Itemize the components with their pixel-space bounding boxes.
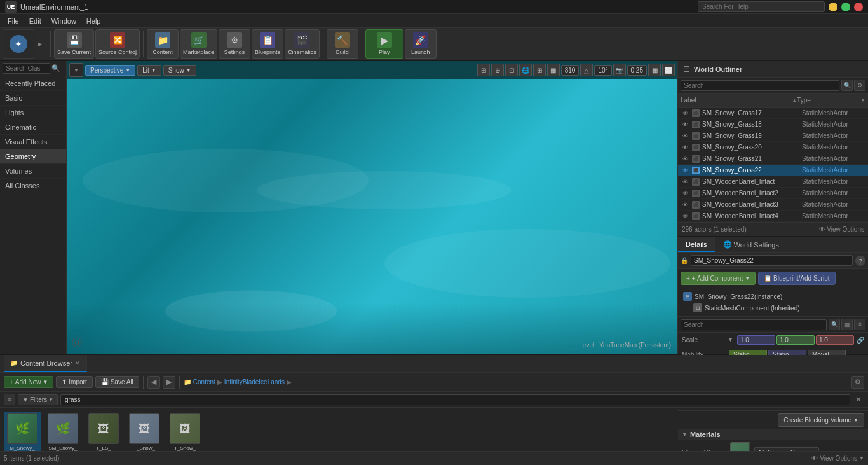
- filters-button[interactable]: ▼ Filters ▼: [18, 394, 58, 405]
- tab-world-settings[interactable]: 🌐 World Settings: [715, 237, 787, 252]
- menu-edit[interactable]: Edit: [24, 16, 46, 26]
- cb-list-view-icon[interactable]: ≡: [4, 394, 15, 405]
- asset-4[interactable]: 🖼 T_Snow_Grass_Flowers A: [166, 412, 203, 451]
- outliner-row-3[interactable]: 👁 ⬛ SM_Snowy_Grass20 StaticMeshActor: [678, 142, 868, 153]
- show-button[interactable]: Show ▼: [163, 65, 196, 76]
- marketplace-button[interactable]: 🛒 Marketplace: [180, 29, 217, 59]
- details-name-input[interactable]: [691, 255, 853, 266]
- scale-lock-icon[interactable]: 🔗: [857, 337, 864, 344]
- eye-icon-7[interactable]: 👁: [681, 189, 689, 198]
- viewport-icon-rotate[interactable]: ⊕: [491, 64, 504, 76]
- outliner-row-6[interactable]: 👁 ⬛ SM_WoodenBarrel_Intact StaticMeshAct…: [678, 176, 868, 188]
- blueprint-button[interactable]: 📋 Blueprint/Add Script: [758, 272, 835, 285]
- help-search-input[interactable]: [698, 1, 825, 12]
- viewport-icon-grid[interactable]: ▦: [648, 64, 661, 76]
- modes-expand-arrow[interactable]: ▶: [36, 29, 44, 59]
- viewport-grid-number[interactable]: 810: [561, 65, 580, 76]
- outliner-row-4[interactable]: 👁 ⬛ SM_Snowy_Grass21 StaticMeshActor: [678, 153, 868, 165]
- component-instance[interactable]: ⊞ SM_Snowy_Grass22(Instance): [681, 291, 865, 302]
- sidebar-item-lights[interactable]: Lights: [0, 106, 66, 120]
- component-static-mesh[interactable]: ⊡ StaticMeshComponent (Inherited): [691, 302, 865, 314]
- launch-button[interactable]: 🚀 Launch: [405, 29, 437, 59]
- scale-dropdown[interactable]: ▼: [728, 337, 733, 343]
- menu-window[interactable]: Window: [46, 16, 81, 26]
- details-grid-icon[interactable]: ▦: [841, 319, 853, 330]
- cb-settings-button[interactable]: ⚙: [851, 376, 864, 389]
- viewport-menu-button[interactable]: ▼: [69, 63, 83, 77]
- cb-forward-button[interactable]: ▶: [163, 376, 175, 389]
- content-browser-close-icon[interactable]: ✕: [75, 360, 80, 366]
- outliner-search-icon[interactable]: 🔍: [841, 80, 853, 91]
- source-control-button[interactable]: 🔀 Source Control ▼: [95, 29, 140, 59]
- outliner-row-5[interactable]: 👁 ⬛ SM_Snowy_Grass22 StaticMeshActor: [678, 165, 868, 176]
- outliner-row-8[interactable]: 👁 ⬛ SM_WoodenBarrel_Intact3 StaticMeshAc…: [678, 199, 868, 211]
- eye-icon-8[interactable]: 👁: [681, 200, 689, 209]
- outliner-row-9[interactable]: 👁 ⬛ SM_WoodenBarrel_Intact4 StaticMeshAc…: [678, 211, 868, 222]
- sidebar-item-all-classes[interactable]: All Classes: [0, 179, 66, 193]
- col-sort-icon[interactable]: ▲: [792, 97, 797, 103]
- add-component-button[interactable]: + + Add Component ▼: [681, 272, 756, 285]
- scale-z-input[interactable]: [816, 335, 854, 345]
- details-search-icon[interactable]: 🔍: [829, 319, 840, 330]
- scale-y-input[interactable]: [776, 335, 815, 345]
- save-current-button[interactable]: 💾 Save Current: [54, 29, 94, 59]
- sidebar-item-cinematic[interactable]: Cinematic: [0, 120, 66, 135]
- build-button[interactable]: 🔨 Build: [327, 29, 358, 59]
- col-type-sort-icon[interactable]: ▼: [860, 97, 865, 103]
- cb-back-button[interactable]: ◀: [147, 376, 160, 389]
- viewport-angle-number[interactable]: 10°: [594, 65, 611, 76]
- viewport-icon-scale[interactable]: ⊡: [505, 64, 518, 76]
- eye-icon-2[interactable]: 👁: [681, 132, 689, 141]
- cinematics-button[interactable]: 🎬 Cinematics: [285, 29, 320, 59]
- modes-button[interactable]: ✦: [3, 29, 34, 59]
- viewport-icon-world[interactable]: 🌐: [519, 64, 532, 76]
- import-button[interactable]: ⬆ Import: [56, 376, 92, 388]
- viewport-icon-maximize[interactable]: ⬜: [662, 64, 675, 76]
- sidebar-item-geometry[interactable]: Geometry: [0, 149, 66, 164]
- eye-icon-1[interactable]: 👁: [681, 120, 689, 129]
- sidebar-item-volumes[interactable]: Volumes: [0, 164, 66, 179]
- eye-icon-3[interactable]: 👁: [681, 143, 689, 152]
- sidebar-item-recently-placed[interactable]: Recently Placed: [0, 76, 66, 91]
- viewport-icon-snap[interactable]: ⊞: [533, 64, 546, 76]
- eye-icon-5[interactable]: 👁: [681, 166, 689, 175]
- outliner-row-7[interactable]: 👁 ⬛ SM_WoodenBarrel_Intact2 StaticMeshAc…: [678, 188, 868, 199]
- details-help-icon[interactable]: ?: [855, 256, 865, 266]
- cb-search-clear-icon[interactable]: ✕: [853, 395, 864, 404]
- eye-icon-6[interactable]: 👁: [681, 177, 689, 186]
- add-new-button[interactable]: + Add New ▼: [4, 376, 53, 388]
- cb-breadcrumb-content[interactable]: Content: [193, 378, 215, 385]
- details-eye-icon[interactable]: 👁: [854, 319, 865, 330]
- menu-file[interactable]: File: [3, 16, 24, 26]
- outliner-row-0[interactable]: 👁 ⬛ SM_Snowy_Grass17 StaticMeshActor: [678, 108, 868, 119]
- menu-help[interactable]: Help: [81, 16, 106, 26]
- outliner-row-1[interactable]: 👁 ⬛ SM_Snowy_Grass18 StaticMeshActor: [678, 119, 868, 130]
- viewport-icon-camera[interactable]: 📷: [613, 64, 626, 76]
- cb-view-options-button[interactable]: 👁 View Options ▼: [811, 455, 864, 462]
- viewport-icon-surface[interactable]: ▦: [547, 64, 560, 76]
- maximize-button[interactable]: [841, 3, 850, 11]
- sidebar-item-visual-effects[interactable]: Visual Effects: [0, 135, 66, 149]
- settings-button[interactable]: ⚙ Settings: [219, 29, 250, 59]
- content-browser-search-input[interactable]: [60, 394, 850, 405]
- sidebar-item-basic[interactable]: Basic: [0, 91, 66, 106]
- close-button[interactable]: [854, 3, 863, 11]
- outliner-search-input[interactable]: [681, 80, 839, 91]
- asset-2[interactable]: 🖼 T_LS_Grass_01...: [85, 412, 122, 451]
- viewport-icon-angle[interactable]: △: [580, 64, 593, 76]
- content-button[interactable]: 📁 Content: [147, 29, 179, 59]
- content-browser-tab[interactable]: 📁 Content Browser ✕: [4, 355, 87, 372]
- details-search-input[interactable]: [681, 319, 827, 330]
- viewport[interactable]: ▼ Perspective ▼ Lit ▼ Show ▼ ⊞ ⊕ ⊡ 🌐 ⊞ ▦: [67, 61, 677, 354]
- cb-breadcrumb-infinity[interactable]: InfinityBladeIceLands: [224, 378, 285, 385]
- save-all-button[interactable]: 💾 Save All: [95, 376, 139, 388]
- viewport-icon-transform[interactable]: ⊞: [477, 64, 490, 76]
- perspective-button[interactable]: Perspective ▼: [85, 65, 135, 76]
- eye-icon-4[interactable]: 👁: [681, 155, 689, 163]
- asset-3[interactable]: 🖼 T_Snow_Grass_Dead B...: [126, 412, 163, 451]
- outliner-filter-icon[interactable]: ⚙: [854, 80, 865, 91]
- class-search-input[interactable]: [3, 63, 50, 74]
- asset-1[interactable]: 🌿 SM_Snowy_Grass: [44, 412, 81, 451]
- eye-icon-0[interactable]: 👁: [681, 109, 689, 118]
- blueprints-button[interactable]: 📋 Blueprints: [252, 29, 283, 59]
